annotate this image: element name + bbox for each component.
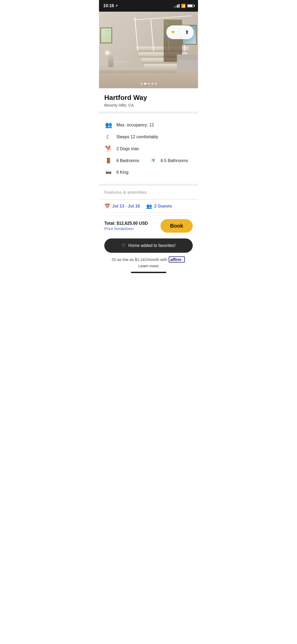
carousel-dot — [155, 83, 157, 85]
toast-notification: ♡ Home added to favorites! — [104, 238, 193, 253]
occupancy-icon: 👥 — [104, 122, 113, 128]
toast-heart-icon: ♡ — [121, 243, 126, 249]
battery-icon — [187, 4, 194, 7]
amenity-bathrooms: 🚿 6.5 Bathrooms — [149, 155, 193, 166]
property-info: Hartford Way Beverly Hills, CA — [99, 88, 198, 112]
calendar-icon: 📅 — [104, 203, 110, 209]
beds-text: 6 King — [116, 170, 128, 175]
heart-icon: ♥ — [171, 29, 175, 36]
affirm-logo: affirm — [169, 256, 185, 263]
wifi-icon: 📶 — [181, 4, 186, 8]
bedrooms-text: 6 Bedrooms — [116, 158, 139, 163]
property-name: Hartford Way — [104, 94, 193, 102]
guests-text: 2 Guests — [154, 204, 172, 209]
signal-icon — [174, 4, 180, 8]
section-divider-2 — [99, 184, 198, 186]
time-display: 10:16 — [103, 3, 114, 8]
status-bar: 10:16 ↗ 📶 — [99, 0, 198, 12]
booking-bar: 📅 Jul 13 - Jul 16 👥 2 Guests Total: $12,… — [99, 199, 198, 235]
booking-bottom-row: Total: $12,625.00 USD Price breakdown Bo… — [104, 216, 193, 233]
partial-section: Features & amenities — [99, 186, 198, 199]
sleeps-icon: ☾ — [104, 134, 113, 140]
guests-item[interactable]: 👥 2 Guests — [146, 203, 172, 209]
amenity-rooms-grid: 🚪 6 Bedrooms 🚿 6.5 Bathrooms — [104, 155, 193, 166]
amenity-pets: 🐕 2 Dogs max — [104, 143, 193, 155]
guests-icon: 👥 — [146, 203, 152, 209]
bed-icon: 🛏 — [104, 169, 113, 176]
carousel-dot — [151, 83, 153, 85]
affirm-row: Or as low as $1,141/month with affirm Le… — [99, 253, 198, 269]
carousel-dot-active — [144, 83, 146, 85]
location-arrow-icon: ↗ — [115, 4, 118, 8]
share-icon: ⬆ — [185, 29, 189, 35]
section-divider — [99, 112, 198, 114]
price-breakdown-link[interactable]: Price breakdown — [104, 226, 148, 231]
amenity-sleeps: ☾ Sleeps 12 comfortably — [104, 131, 193, 143]
dates-item[interactable]: 📅 Jul 13 - Jul 16 — [104, 203, 140, 209]
amenity-bedrooms: 🚪 6 Bedrooms — [104, 155, 149, 166]
features-label: Features & amenities — [104, 190, 193, 195]
bathrooms-icon: 🚿 — [149, 158, 157, 164]
carousel-dot — [148, 83, 150, 85]
favorite-button[interactable]: ♥ — [166, 25, 180, 39]
home-indicator — [99, 269, 198, 275]
total-amount: Total: $12,625.00 USD — [104, 221, 148, 226]
amenity-occupancy: 👥 Max. occupancy: 12 — [104, 119, 193, 131]
back-button[interactable]: ← — [103, 25, 113, 35]
booking-dates-row: 📅 Jul 13 - Jul 16 👥 2 Guests — [104, 203, 193, 209]
affirm-prefix: Or as low as — [112, 257, 134, 262]
amenity-beds: 🛏 6 King — [104, 166, 193, 178]
dates-text: Jul 13 - Jul 16 — [112, 204, 140, 209]
total-section: Total: $12,625.00 USD Price breakdown — [104, 221, 148, 231]
sleeps-text: Sleeps 12 comfortably — [116, 135, 158, 139]
property-location: Beverly Hills, CA — [104, 103, 193, 107]
hero-action-buttons: ♥ ⬆ — [166, 25, 194, 39]
pets-icon: 🐕 — [104, 145, 113, 152]
amenities-section: 👥 Max. occupancy: 12 ☾ Sleeps 12 comfort… — [99, 114, 198, 184]
bedrooms-icon: 🚪 — [104, 158, 113, 164]
carousel-dot — [140, 83, 142, 85]
affirm-amount: $1,141/month with — [135, 257, 167, 262]
bathrooms-text: 6.5 Bathrooms — [161, 158, 188, 163]
home-bar — [131, 272, 166, 273]
share-button[interactable]: ⬆ — [180, 25, 194, 39]
booking-section: 📅 Jul 13 - Jul 16 👥 2 Guests Total: $12,… — [99, 199, 198, 275]
image-carousel-dots — [140, 83, 157, 85]
pets-text: 2 Dogs max — [116, 146, 139, 151]
book-button[interactable]: Book — [161, 219, 193, 233]
hero-image: ❀ ← ♥ ⬆ — [99, 12, 198, 88]
status-icons: 📶 — [174, 4, 194, 8]
toast-message: Home added to favorites! — [128, 243, 176, 248]
occupancy-text: Max. occupancy: 12 — [116, 123, 154, 127]
learn-more-link[interactable]: Learn more — [138, 264, 159, 268]
